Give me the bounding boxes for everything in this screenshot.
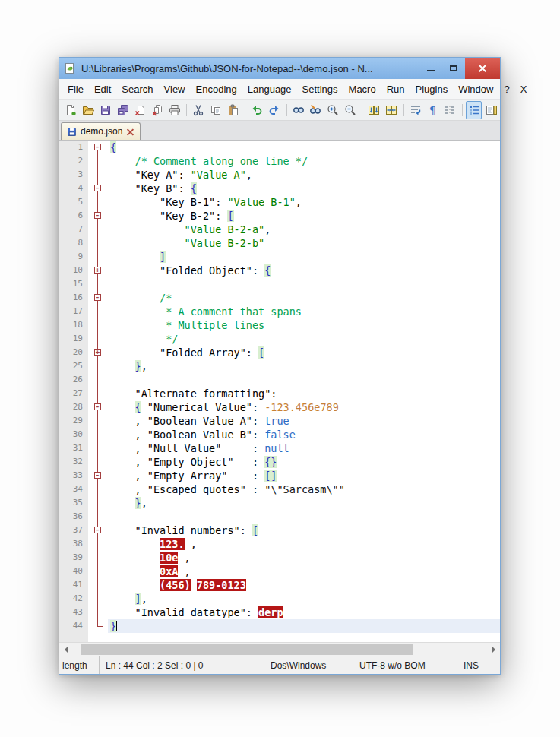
code-text[interactable]: 123. , <box>108 537 500 551</box>
code-text[interactable]: "Key B-2": [ <box>108 209 500 223</box>
code-text[interactable]: , "Empty Array" : [] <box>108 469 500 482</box>
horizontal-scrollbar[interactable] <box>59 642 500 656</box>
scroll-left-arrow[interactable] <box>59 643 72 656</box>
show-all-characters-button[interactable]: ¶ <box>425 101 441 119</box>
code-text[interactable]: * Multiple lines <box>108 318 500 332</box>
menu-item-search[interactable]: Search <box>116 81 158 97</box>
code-text[interactable]: }, <box>108 359 500 373</box>
close-file-button[interactable] <box>132 101 148 119</box>
code-text[interactable]: /* Comment along one line */ <box>108 154 500 168</box>
fold-expand-icon[interactable]: + <box>94 349 101 356</box>
fold-collapse-icon[interactable]: - <box>94 403 101 410</box>
zoom-in-button[interactable] <box>325 101 341 119</box>
tab-close-icon[interactable] <box>126 128 134 136</box>
code-text[interactable]: } <box>108 619 500 633</box>
menu-item-x[interactable]: X <box>515 81 533 97</box>
editor[interactable]: 1-{2 /* Comment along one line */3 "Key … <box>59 141 500 642</box>
editor-lines: 1-{2 /* Comment along one line */3 "Key … <box>59 141 500 633</box>
code-text[interactable]: "Invalid datatype": derp <box>108 606 500 619</box>
code-text[interactable]: { <box>108 141 500 154</box>
menu-item-edit[interactable]: Edit <box>89 81 116 97</box>
code-text[interactable]: "Alternate formatting": <box>108 387 500 400</box>
close-all-button[interactable] <box>150 101 166 119</box>
code-text[interactable]: "Key B": { <box>108 182 500 195</box>
fold-collapse-icon[interactable]: - <box>94 185 101 191</box>
print-button[interactable] <box>166 101 182 119</box>
fold-margin-cell <box>88 414 108 428</box>
code-text[interactable]: , "Empty Object" : {} <box>108 455 500 469</box>
new-file-button[interactable] <box>63 101 79 119</box>
replace-button[interactable] <box>308 101 324 119</box>
menu-item-window[interactable]: Window <box>453 81 498 97</box>
code-text[interactable]: ], <box>108 592 500 606</box>
menu-item-settings[interactable]: Settings <box>297 81 343 97</box>
sync-horizontal-button[interactable] <box>384 101 400 119</box>
code-text[interactable]: , "Null Value" : null <box>108 441 500 455</box>
fold-collapse-icon[interactable]: - <box>94 144 101 150</box>
copy-button[interactable] <box>208 101 224 119</box>
code-text[interactable]: /* <box>108 291 500 305</box>
menu-item-view[interactable]: View <box>159 81 191 97</box>
tab-demo-json[interactable]: demo.json <box>61 122 141 140</box>
code-text[interactable]: 10e , <box>108 551 500 565</box>
menu-item-plugins[interactable]: Plugins <box>410 81 454 97</box>
save-button[interactable] <box>97 101 113 119</box>
document-map-button[interactable] <box>483 101 499 119</box>
code-text[interactable] <box>108 510 500 523</box>
fold-collapse-icon[interactable]: - <box>94 294 101 301</box>
redo-button[interactable] <box>267 101 283 119</box>
menu-item-help[interactable]: ? <box>498 81 514 97</box>
cut-button[interactable] <box>191 101 207 119</box>
code-text[interactable]: "Folded Object": { <box>108 264 500 277</box>
code-text[interactable]: "Value B-2-b" <box>108 236 500 250</box>
editor-line-30: 30 , "Boolean Value B": false <box>59 428 500 441</box>
zoom-out-button[interactable] <box>343 101 359 119</box>
code-text[interactable]: { "Numerical Value": -123.456e789 <box>108 400 500 414</box>
code-text[interactable]: "Key A": "Value A", <box>108 168 500 182</box>
function-list-button[interactable] <box>466 101 482 119</box>
code-text[interactable]: , "Boolean Value B": false <box>108 428 500 441</box>
scrollbar-track[interactable] <box>72 643 487 656</box>
sync-vertical-button[interactable] <box>366 101 382 119</box>
paste-button[interactable] <box>225 101 241 119</box>
undo-button[interactable] <box>249 101 265 119</box>
menu-item-macro[interactable]: Macro <box>343 81 381 97</box>
menu-item-file[interactable]: File <box>62 81 89 97</box>
minimize-button[interactable] <box>419 58 442 79</box>
code-text[interactable]: 0xA , <box>108 565 500 578</box>
code-text[interactable]: "Key B-1": "Value B-1", <box>108 195 500 209</box>
code-text[interactable]: "Folded Array": [ <box>108 346 500 359</box>
code-text[interactable] <box>108 277 500 291</box>
line-number: 29 <box>59 414 88 428</box>
code-text[interactable]: ] <box>108 250 500 264</box>
indent-guide-button[interactable] <box>442 101 458 119</box>
title-bar[interactable]: U:\Libraries\Programs\Github\JSON-for-No… <box>59 58 500 79</box>
fold-expand-icon[interactable]: + <box>94 267 101 274</box>
line-number: 25 <box>59 359 88 373</box>
find-button[interactable] <box>290 101 306 119</box>
code-text[interactable]: , "Escaped quotes" : "\"Sarcasm\"" <box>108 482 500 496</box>
menu-item-encoding[interactable]: Encoding <box>191 81 242 97</box>
save-all-button[interactable] <box>115 101 131 119</box>
code-text[interactable]: }, <box>108 496 500 510</box>
fold-collapse-icon[interactable]: - <box>94 527 101 533</box>
status-typing-mode[interactable]: INS <box>457 656 500 674</box>
scrollbar-thumb[interactable] <box>81 644 413 655</box>
fold-collapse-icon[interactable]: - <box>94 212 101 219</box>
fold-margin-cell <box>88 387 108 400</box>
scroll-right-arrow[interactable] <box>487 643 500 656</box>
maximize-button[interactable] <box>442 58 465 79</box>
code-text[interactable]: (456) 789-0123 <box>108 578 500 592</box>
code-text[interactable]: */ <box>108 332 500 346</box>
close-button[interactable] <box>465 58 500 79</box>
code-text[interactable]: * A comment that spans <box>108 305 500 318</box>
code-text[interactable]: "Invalid numbers": [ <box>108 523 500 537</box>
menu-item-language[interactable]: Language <box>242 81 297 97</box>
fold-collapse-icon[interactable]: - <box>94 472 101 479</box>
code-text[interactable]: "Value B-2-a", <box>108 223 500 236</box>
code-text[interactable]: , "Boolean Value A": true <box>108 414 500 428</box>
code-text[interactable] <box>108 373 500 387</box>
open-file-button[interactable] <box>81 101 96 119</box>
word-wrap-button[interactable] <box>407 101 423 119</box>
menu-item-run[interactable]: Run <box>381 81 410 97</box>
